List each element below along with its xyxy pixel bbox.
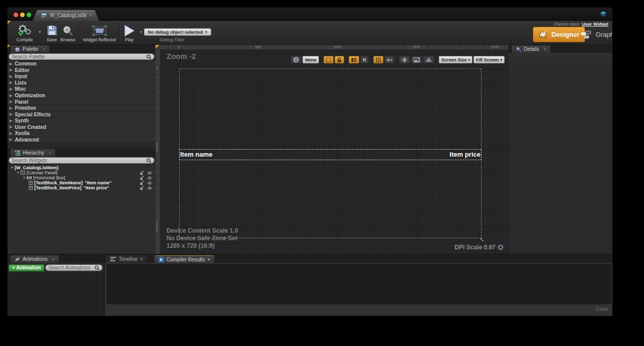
hierarchy-tab[interactable]: Hierarchy × [11, 149, 55, 157]
graph-icon [581, 31, 593, 39]
expander-arrow-icon[interactable]: ▶ [10, 106, 12, 110]
play-options-caret-icon[interactable]: ▾ [140, 30, 142, 34]
palette-category[interactable]: ▶Synth [8, 118, 155, 124]
expander-arrow-icon[interactable]: ▶ [10, 94, 12, 98]
save-button[interactable]: Save [45, 24, 59, 42]
expander-arrow-icon[interactable]: ▶ [10, 125, 12, 129]
visibility-eye-icon[interactable] [147, 171, 152, 175]
debug-object-dropdown[interactable]: No debug object selected ▾ [144, 28, 211, 36]
animations-search-input[interactable]: Search Animations [45, 264, 103, 271]
toolbar-separator [79, 23, 80, 43]
preview-background-button[interactable] [411, 56, 422, 63]
compile-options-caret-icon[interactable]: ▾ [39, 30, 41, 34]
hierarchy-tree-row[interactable]: T[TextBlock_ItemPrice]"Item price" [8, 185, 155, 190]
design-viewport[interactable]: Zoom -2 Item name Item price Device Cont… [160, 50, 509, 254]
palette-category[interactable]: ▶Special Effects [8, 111, 155, 118]
visibility-eye-icon[interactable] [147, 186, 152, 190]
expander-arrow-icon[interactable]: ▶ [10, 62, 12, 66]
expander-arrow-icon[interactable]: ▶ [10, 68, 12, 72]
palette-tab[interactable]: Palette × [11, 45, 49, 53]
expander-arrow-icon[interactable]: ▶ [10, 100, 12, 104]
expander-arrow-icon[interactable]: ▶ [10, 75, 12, 79]
palette-search-input[interactable]: Search Palette [9, 53, 154, 60]
grid-snap-toggle-button[interactable] [373, 56, 383, 63]
fill-screen-dropdown[interactable]: Fill Screen▾ [473, 56, 505, 63]
visibility-eye-icon[interactable] [147, 181, 152, 185]
palette-category[interactable]: ▶Misc [8, 86, 155, 93]
asset-tab-close-icon[interactable]: × [89, 13, 92, 18]
animations-tab-close-icon[interactable]: × [52, 257, 54, 262]
source-control-icon[interactable] [600, 11, 606, 17]
expander-arrow-icon[interactable]: ▶ [10, 137, 12, 142]
zoom-window-button[interactable] [27, 13, 31, 17]
grid-snap-size-dropdown[interactable]: 4▾ [384, 56, 394, 63]
palette-category[interactable]: ▶User Created [8, 124, 155, 130]
hierarchy-tree-row[interactable]: ▼[Horizontal Box] [8, 175, 155, 180]
lock-widget-button[interactable] [335, 56, 344, 63]
hierarchy-tree-row[interactable]: ▼[Canvas Panel] [8, 170, 155, 175]
horizontal-box-widget[interactable]: Item name Item price [179, 149, 481, 160]
palette-category[interactable]: ▶Panel [8, 99, 155, 105]
hierarchy-tree-row[interactable]: T[TextBlock_ItemName]"Item name" [8, 180, 155, 185]
compiler-results-tab[interactable]: Compiler Results × [154, 255, 214, 263]
lock-icon[interactable] [140, 171, 144, 175]
palette-category[interactable]: ▶Optimization [8, 93, 155, 99]
mirror-flip-button[interactable] [423, 56, 434, 63]
palette-category[interactable]: ▶Common [8, 61, 155, 67]
expander-arrow-icon[interactable]: ▼ [23, 176, 26, 179]
clear-log-button[interactable]: Clear [596, 306, 608, 312]
hierarchy-tab-close-icon[interactable]: × [49, 151, 51, 156]
animations-list-body [8, 272, 104, 316]
palette-category[interactable]: ▶Advanced [8, 137, 155, 144]
hierarchy-search-input[interactable]: Search Widgets [9, 157, 154, 164]
hierarchy-icon [15, 151, 20, 156]
hierarchy-tree-row[interactable]: ▼[W_CatalogListItem] [8, 165, 155, 170]
palette-category[interactable]: ▶Xsolla [8, 130, 155, 137]
animations-tab[interactable]: Animations × [11, 255, 59, 263]
widget-reflector-button[interactable]: Widget Reflector [81, 24, 118, 42]
details-tab[interactable]: i Details × [512, 45, 550, 53]
screen-size-dropdown[interactable]: Screen Size▾ [439, 56, 472, 63]
flag-dropdown-button[interactable]: None [302, 56, 319, 63]
expander-arrow-icon[interactable]: ▶ [10, 131, 12, 135]
asset-tab[interactable]: W_CatalogListItem × [33, 10, 99, 21]
close-window-button[interactable] [14, 13, 18, 17]
expander-arrow-icon[interactable]: ▼ [17, 171, 20, 174]
respect-locks-button[interactable] [349, 56, 359, 63]
expander-arrow-icon[interactable]: ▶ [10, 87, 12, 91]
lock-icon[interactable] [140, 176, 144, 180]
expander-arrow-icon[interactable]: ▼ [11, 166, 14, 169]
lock-icon[interactable] [140, 186, 144, 190]
parent-class-link[interactable]: User Widget [582, 22, 608, 27]
palette-category[interactable]: ▶Input [8, 74, 155, 80]
palette-category[interactable]: ▶Primitive [8, 105, 155, 112]
transform-mode-button[interactable] [399, 56, 410, 63]
add-animation-button[interactable]: + Animation [9, 264, 44, 271]
details-tab-close-icon[interactable]: × [544, 47, 546, 52]
palette-category[interactable]: ▶Editor [8, 67, 155, 74]
graph-mode-button[interactable]: Graph [579, 28, 613, 41]
browse-button[interactable]: Browse [59, 24, 76, 42]
mode-separator-chevron-icon: › [573, 30, 575, 37]
expander-arrow-icon[interactable]: ▶ [10, 81, 12, 85]
palette-tab-close-icon[interactable]: × [43, 47, 45, 52]
outline-toggle-button[interactable] [324, 56, 334, 63]
palette-category[interactable]: ▶Lists [8, 80, 155, 87]
lock-icon[interactable] [140, 181, 144, 185]
expander-arrow-icon[interactable]: ▶ [10, 119, 12, 123]
expander-arrow-icon[interactable]: ▶ [10, 112, 12, 116]
compiler-results-tab-close-icon[interactable]: × [207, 257, 210, 262]
compiler-results-log[interactable] [107, 264, 611, 304]
visibility-eye-icon[interactable] [147, 176, 152, 180]
raw-edit-toggle-button[interactable]: R [360, 56, 369, 63]
item-price-textblock[interactable]: Item price [450, 149, 480, 160]
minimize-window-button[interactable] [20, 13, 25, 17]
designer-mode-button[interactable]: Designer [533, 27, 585, 42]
play-button[interactable]: Play [121, 24, 137, 42]
timeline-tab-close-icon[interactable]: × [140, 256, 143, 262]
timeline-tab[interactable]: Timeline × [106, 255, 147, 263]
compile-button[interactable]: Compile [12, 24, 38, 42]
dpi-settings-gear-icon[interactable] [498, 244, 504, 250]
item-name-textblock[interactable]: Item name [180, 149, 212, 160]
localization-preview-button[interactable] [291, 56, 301, 63]
